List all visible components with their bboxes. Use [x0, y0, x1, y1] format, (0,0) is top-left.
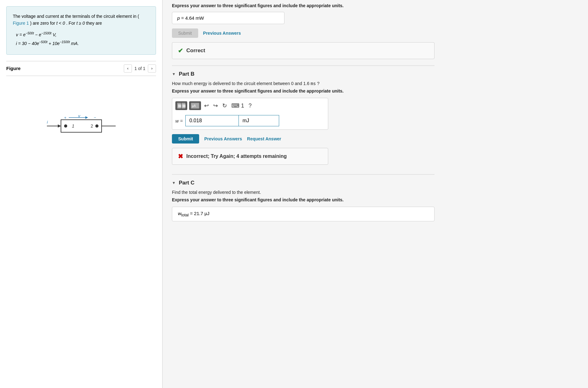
math-toolbar: ⬜ ⬜ μA ↩ ↪ — [175, 101, 325, 112]
part-b-section: ▼ Part B How much energy is delivered to… — [172, 65, 435, 174]
problem-box: The voltage and current at the terminals… — [6, 6, 156, 55]
figure-count: 1 of 1 — [134, 66, 145, 71]
answer-field-row: p = 4.64 mW — [172, 12, 435, 24]
value-input[interactable] — [185, 115, 239, 126]
undo-btn[interactable]: ↩ — [203, 102, 210, 110]
svg-text:μA: μA — [192, 104, 196, 108]
svg-marker-1 — [58, 124, 61, 128]
incorrect-label: Incorrect; Try Again; 4 attempts remaini… — [186, 154, 287, 159]
svg-text:+: + — [64, 115, 67, 120]
figure-next-btn[interactable]: › — [148, 64, 156, 73]
math-label: w = — [175, 118, 183, 123]
part-b-header[interactable]: ▼ Part B — [172, 65, 435, 81]
part-c-subscript: total — [181, 213, 189, 217]
toolbar-icon2[interactable]: μA — [189, 101, 201, 110]
problem-intro4: they are — [86, 21, 102, 26]
part-b-body: How much energy is delivered to the circ… — [172, 81, 435, 174]
part-c-header[interactable]: ▼ Part C — [172, 174, 435, 190]
toolbar-icon1[interactable]: ⬜ ⬜ — [175, 101, 187, 110]
part-b-request-answer[interactable]: Request Answer — [247, 136, 281, 141]
part-b-submit-row: Submit Previous Answers Request Answer — [172, 134, 435, 144]
eq2: i = 30 − 40e−500t + 10e−1500t mA. — [16, 39, 149, 47]
correct-box: ✔ Correct — [172, 42, 435, 59]
part-c-section: ▼ Part C Find the total energy delivered… — [172, 174, 435, 224]
math-equations: v = e−500t − e−1500t V, i = 30 − 40e−500… — [16, 31, 149, 47]
help-btn[interactable]: ? — [247, 102, 253, 110]
reset-btn[interactable]: ↻ — [221, 102, 228, 110]
part-b-unit: ms — [311, 81, 316, 86]
part-a-equals: = — [181, 15, 185, 21]
instruction-top: Express your answer to three significant… — [172, 3, 435, 8]
keyboard-btn[interactable]: ⌨ 1 — [230, 102, 245, 110]
eq1: v = e−500t − e−1500t V, — [16, 31, 149, 38]
part-b-submit-btn[interactable]: Submit — [172, 134, 199, 144]
part-c-instruction: Express your answer to three significant… — [172, 197, 435, 202]
figure-header: Figure ‹ 1 of 1 › — [6, 61, 156, 76]
part-a-value: 4.64 mW — [185, 15, 204, 21]
svg-point-4 — [95, 124, 98, 128]
part-a-submit-btn[interactable]: Submit — [172, 28, 198, 38]
incorrect-box: ✖ Incorrect; Try Again; 4 attempts remai… — [172, 148, 328, 165]
svg-text:⬜: ⬜ — [178, 104, 182, 108]
part-b-question: How much energy is delivered to the circ… — [172, 81, 435, 86]
left-panel: The voltage and current at the terminals… — [0, 0, 163, 388]
figure-image-area: 1 2 i + − v — [6, 76, 156, 170]
figure-nav: ‹ 1 of 1 › — [124, 64, 156, 73]
problem-intro: The voltage and current at the terminals… — [13, 14, 139, 19]
part-a-section: Express your answer to three significant… — [172, 3, 435, 59]
part-c-chevron-icon: ▼ — [172, 181, 176, 185]
figure-section: Figure ‹ 1 of 1 › 1 2 — [6, 61, 156, 170]
correct-label: Correct — [186, 48, 205, 54]
right-panel: Express your answer to three significant… — [163, 0, 588, 388]
svg-text:2: 2 — [91, 123, 93, 128]
part-c-equals: = — [190, 211, 194, 216]
svg-text:i: i — [47, 120, 48, 124]
problem-intro2: ) are zero for — [30, 21, 56, 26]
part-c-label: wtotal — [178, 211, 188, 216]
part-a-prev-answers[interactable]: Previous Answers — [203, 31, 241, 36]
part-c-question: Find the total energy delivered to the e… — [172, 190, 435, 195]
part-a-label: p — [177, 15, 180, 21]
svg-text:1: 1 — [72, 123, 74, 128]
figure-prev-btn[interactable]: ‹ — [124, 64, 132, 73]
redo-btn[interactable]: ↪ — [212, 102, 219, 110]
problem-intro3: . For — [66, 21, 77, 26]
unit-input[interactable] — [239, 115, 279, 126]
math-input-container: ⬜ ⬜ μA ↩ ↪ — [172, 98, 328, 130]
part-c-value: 21.7 μJ — [194, 211, 210, 216]
correct-check-icon: ✔ — [178, 47, 183, 54]
svg-point-3 — [64, 124, 67, 128]
part-c-answer-box: wtotal = 21.7 μJ — [172, 207, 435, 221]
math-input-row: w = — [175, 115, 325, 126]
part-b-title: Part B — [179, 71, 194, 77]
svg-text:−: − — [94, 115, 96, 120]
part-b-prev-answers[interactable]: Previous Answers — [204, 136, 242, 141]
right-content: Express your answer to three significant… — [163, 0, 444, 234]
part-a-submit-row: Submit Previous Answers — [172, 28, 435, 38]
part-b-question-end: ? — [317, 81, 319, 86]
part-c-body: Find the total energy delivered to the e… — [172, 190, 435, 224]
part-b-chevron-icon: ▼ — [172, 72, 176, 76]
figure-title: Figure — [6, 66, 21, 71]
problem-text: The voltage and current at the terminals… — [13, 13, 149, 27]
part-a-answer-box: p = 4.64 mW — [172, 12, 284, 24]
figure-link[interactable]: Figure 1 — [13, 21, 29, 26]
part-c-title: Part C — [179, 180, 194, 186]
incorrect-x-icon: ✖ — [178, 153, 183, 160]
condition1: t < 0 — [56, 21, 65, 26]
circuit-diagram: 1 2 i + − v — [41, 104, 122, 142]
part-b-instruction: Express your answer to three significant… — [172, 88, 435, 93]
svg-text:⬜: ⬜ — [182, 104, 186, 108]
condition2: t ≥ 0 — [76, 21, 85, 26]
